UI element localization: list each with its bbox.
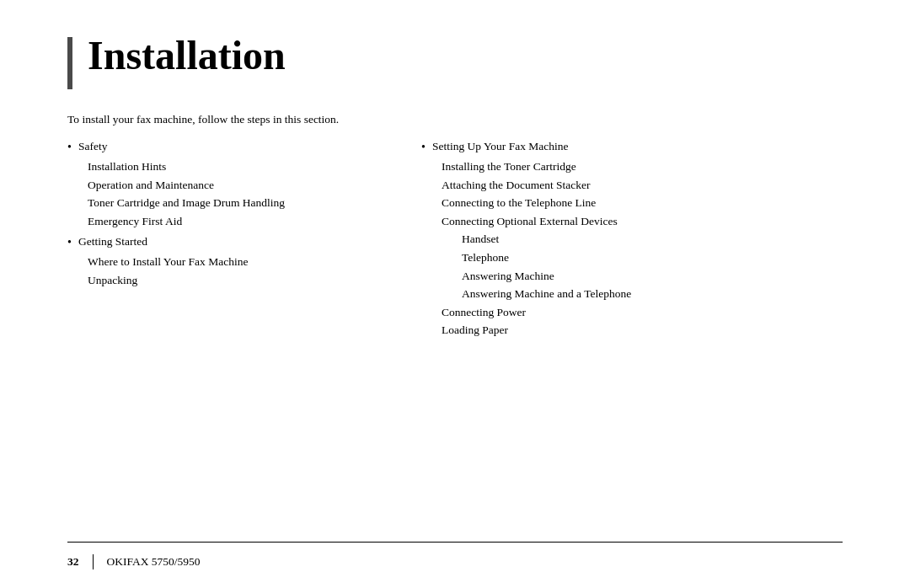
- bullet-icon: •: [67, 236, 72, 249]
- list-item: • Setting Up Your Fax Machine: [421, 140, 741, 154]
- page-number: 32: [67, 555, 79, 569]
- title-section: Installation: [67, 34, 843, 89]
- content-columns: • Safety Installation Hints Operation an…: [67, 140, 843, 345]
- getting-started-subitems: Where to Install Your Fax Machine Unpack…: [88, 253, 388, 289]
- list-item: Toner Cartridge and Image Drum Handling: [88, 194, 388, 212]
- footer-vertical-divider: [93, 554, 94, 569]
- list-item: Where to Install Your Fax Machine: [88, 253, 388, 271]
- bullet-icon: •: [421, 141, 426, 154]
- bullet-label: Setting Up Your Fax Machine: [432, 140, 569, 153]
- bullet-icon: •: [67, 141, 72, 154]
- list-item: Loading Paper: [442, 321, 741, 339]
- footer-divider: [67, 542, 843, 543]
- title-bar: [67, 37, 72, 89]
- list-item: Emergency First Aid: [88, 212, 388, 231]
- list-item: Answering Machine and a Telephone: [462, 285, 741, 303]
- list-item: Operation and Maintenance: [88, 176, 388, 195]
- list-item: Handset: [462, 230, 741, 249]
- list-item: Connecting Power: [442, 303, 741, 322]
- list-item: Connecting Optional External Devices: [442, 212, 741, 231]
- page-title: Installation: [88, 34, 286, 78]
- list-item: Telephone: [462, 249, 741, 267]
- bullet-label: Safety: [78, 140, 108, 153]
- list-item: Unpacking: [88, 271, 388, 290]
- column-left: • Safety Installation Hints Operation an…: [67, 140, 388, 295]
- footer: 32 OKIFAX 5750/5950: [0, 554, 910, 569]
- list-item: Installing the Toner Cartridge: [442, 158, 741, 176]
- list-item: Answering Machine: [462, 267, 741, 286]
- column-right: • Setting Up Your Fax Machine Installing…: [421, 140, 741, 345]
- page-container: Installation To install your fax machine…: [0, 0, 910, 588]
- list-item: Installation Hints: [88, 158, 388, 176]
- list-item: • Getting Started: [67, 235, 388, 249]
- external-devices-subitems: Handset Telephone Answering Machine Answ…: [462, 230, 741, 302]
- bullet-label: Getting Started: [78, 235, 147, 249]
- list-item: Connecting to the Telephone Line: [442, 194, 741, 212]
- list-item: Attaching the Document Stacker: [442, 176, 741, 195]
- setup-subitems: Installing the Toner Cartridge Attaching…: [442, 158, 741, 339]
- safety-subitems: Installation Hints Operation and Mainten…: [88, 158, 388, 230]
- intro-text: To install your fax machine, follow the …: [67, 113, 843, 126]
- product-name: OKIFAX 5750/5950: [107, 555, 201, 569]
- list-item: • Safety: [67, 140, 388, 154]
